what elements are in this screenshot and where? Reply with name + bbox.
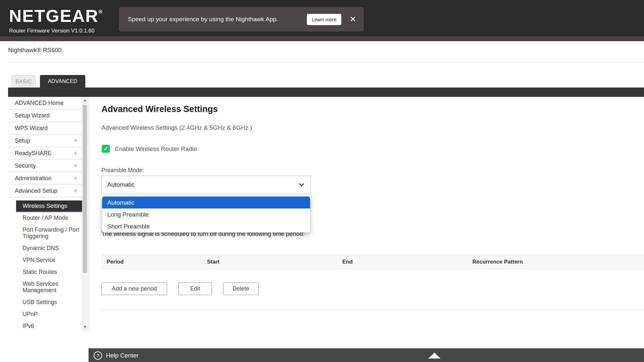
sidebar-item-advanced-setup[interactable]: Advanced Setup+ (8, 185, 82, 197)
enable-radio-row: ✓ Enable Wireless Router Radio (102, 145, 197, 153)
sidebar-item-label: WPS Wizard (15, 125, 48, 131)
advanced-setup-submenu: Wireless Settings Router / AP Mode Port … (8, 197, 82, 332)
sidebar-subitem-static-routes[interactable]: Static Routes (8, 266, 82, 278)
sidebar-item-label: Advanced Setup (15, 188, 57, 194)
arrow-down-icon (83, 326, 87, 328)
divider (8, 62, 644, 63)
sidebar-subitem-port-forwarding[interactable]: Port Forwarding / Port Triggering (8, 224, 82, 242)
sidebar-item-label: ADVANCED Home (15, 100, 64, 106)
sidebar-item-label: ReadySHARE (15, 150, 52, 156)
sidebar-menu: ADVANCED Home Setup Wizard WPS Wizard Se… (8, 97, 82, 332)
sidebar-item-setup-wizard[interactable]: Setup Wizard (8, 109, 82, 122)
header-shadow-strip (0, 36, 644, 41)
add-new-period-button[interactable]: Add a new period (101, 283, 167, 295)
help-center-bar[interactable]: ? Help Center (89, 348, 644, 362)
divider (101, 310, 644, 310)
learn-more-button[interactable]: Learn more (307, 14, 341, 25)
close-icon[interactable]: ✕ (350, 15, 356, 23)
sidebar-item-setup[interactable]: Setup+ (8, 135, 82, 147)
brand-text: NETGEAR (9, 6, 99, 25)
banner-message: Speed up your experience by using the Ni… (128, 16, 278, 23)
sidebar-item-label: Security (15, 162, 36, 169)
router-admin-page: NETGEAR® Router Firmware Version V1.0.1.… (0, 0, 644, 362)
netgear-logo: NETGEAR® (9, 7, 102, 24)
delete-button[interactable]: Delete (223, 283, 259, 295)
sidebar-subitem-wireless-settings[interactable]: Wireless Settings (16, 200, 82, 212)
tab-basic[interactable]: BASIC (12, 75, 36, 88)
nighthawk-app-banner: Speed up your experience by using the Ni… (119, 7, 364, 32)
arrow-up-icon (83, 99, 87, 101)
column-header-end: End (342, 259, 353, 265)
sidebar-item-wps-wizard[interactable]: WPS Wizard (8, 122, 82, 135)
sidebar-item-advanced-home[interactable]: ADVANCED Home (8, 97, 82, 109)
chevron-down-icon (299, 181, 304, 187)
edit-button[interactable]: Edit (178, 283, 212, 295)
scrollbar-thumb[interactable] (83, 105, 87, 273)
sidebar-item-readyshare[interactable]: ReadySHARE+ (8, 147, 82, 160)
top-header: NETGEAR® Router Firmware Version V1.0.1.… (0, 0, 644, 36)
expand-plus-icon[interactable]: + (74, 172, 78, 184)
sidebar-subitem-router-ap-mode[interactable]: Router / AP Mode (8, 212, 82, 224)
firmware-version: Router Firmware Version V1.0.1.60 (9, 28, 95, 34)
preamble-options-dropdown: Automatic Long Preamble Short Preamble (102, 196, 310, 233)
sidebar-subitem-dynamic-dns[interactable]: Dynamic DNS (8, 242, 82, 254)
option-short-preamble[interactable]: Short Preamble (102, 220, 310, 232)
enable-radio-checkbox[interactable]: ✓ (102, 145, 110, 153)
sidebar-subitem-vpn-service[interactable]: VPN Service (8, 254, 82, 266)
sidebar-subitem-usb-settings[interactable]: USB Settings (8, 296, 82, 308)
scroll-up-button[interactable] (82, 97, 87, 103)
tab-advanced[interactable]: ADVANCED (40, 75, 85, 88)
preamble-selected-value: Automatic (107, 181, 134, 188)
expand-plus-icon[interactable]: + (74, 185, 78, 197)
sidebar-item-label: Setup Wizard (15, 112, 50, 119)
tab-nav-bar (8, 88, 644, 97)
schedule-table-header: Period Start End Recurrence Pattern (101, 255, 644, 269)
expand-plus-icon[interactable]: + (74, 160, 78, 172)
preamble-mode-select[interactable]: Automatic (101, 176, 311, 194)
column-header-recurrence: Recurrence Pattern (472, 259, 523, 265)
page-title: Advanced Wireless Settings (101, 104, 218, 114)
column-header-period: Period (107, 259, 124, 265)
router-model-label: Nighthawk® RS600 (8, 47, 62, 54)
sidebar-subitem-upnp[interactable]: UPnP (8, 308, 82, 320)
enable-radio-label: Enable Wireless Router Radio (115, 145, 197, 153)
option-long-preamble[interactable]: Long Preamble (102, 209, 310, 220)
sidebar-content-divider (89, 97, 89, 330)
option-automatic[interactable]: Automatic (102, 197, 310, 209)
expand-plus-icon[interactable]: + (74, 135, 78, 147)
scroll-down-button[interactable] (82, 324, 87, 330)
help-question-icon[interactable]: ? (94, 351, 102, 360)
help-center-label: Help Center (106, 352, 138, 359)
sidebar-subitem-web-services-management[interactable]: Web Services Management (8, 278, 82, 296)
expand-plus-icon[interactable]: + (74, 147, 78, 159)
registered-mark: ® (99, 9, 102, 14)
sidebar-item-administration[interactable]: Administration+ (8, 172, 82, 185)
sidebar-item-label: Setup (15, 137, 30, 144)
column-header-start: Start (207, 259, 220, 265)
sidebar-item-label: Administration (15, 175, 52, 181)
sidebar-subitem-ipv6[interactable]: IPv6 (8, 320, 82, 332)
sidebar-scrollbar[interactable] (82, 97, 88, 330)
sidebar-item-security[interactable]: Security+ (8, 160, 82, 172)
preamble-mode-label: Preamble Mode: (101, 167, 144, 174)
expand-up-arrow-icon[interactable] (428, 353, 440, 358)
page-subtitle: Advanced Wireless Settings (2.4GHz & 5GH… (101, 124, 252, 131)
